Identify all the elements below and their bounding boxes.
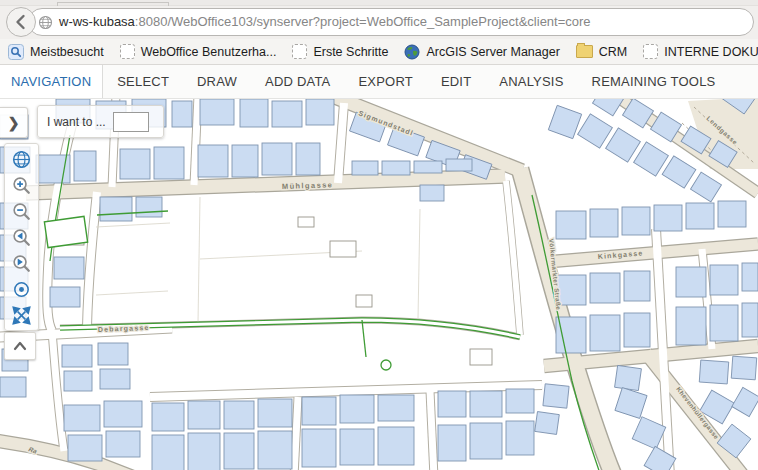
url-text: w-ws-kubasa:8080/WebOffice103/synserver?…: [59, 14, 591, 29]
chevron-right-icon: ❯: [8, 115, 20, 131]
i-want-to-panel: I want to ...: [37, 105, 164, 138]
i-want-to-label: I want to ...: [47, 115, 106, 129]
i-want-to-input[interactable]: [113, 112, 149, 132]
bookmark-meistbesucht[interactable]: Meistbesucht: [8, 44, 104, 60]
placeholder-icon: [120, 44, 135, 59]
street-label: Mühlgasse: [282, 180, 334, 191]
zoom-out-button[interactable]: [9, 199, 35, 223]
basemap-canvas[interactable]: Sigmundstadl Mühlgasse Lendgasse Kinkgas…: [0, 99, 758, 470]
zoom-in-button[interactable]: [9, 173, 35, 197]
back-button[interactable]: [6, 7, 36, 37]
bookmark-interne-doku[interactable]: INTERNE DOKU: [643, 44, 758, 59]
earth-icon: [404, 44, 420, 60]
browser-titlebar: [0, 0, 758, 6]
overview-globe-button[interactable]: [9, 147, 35, 171]
bookmark-crm[interactable]: CRM: [576, 45, 627, 59]
zoom-out-icon: [11, 201, 32, 222]
full-extent-pan-button[interactable]: [9, 303, 35, 327]
tab-edit[interactable]: EDIT: [427, 65, 485, 98]
tab-remaining-tools[interactable]: REMAINING TOOLS: [578, 65, 730, 98]
bookmarks-bar: Meistbesucht WebOffice Benutzerha... Ers…: [0, 39, 758, 65]
center-map-icon: [11, 279, 32, 300]
placeholder-icon: [643, 44, 658, 59]
back-arrow-icon: [13, 14, 29, 30]
map-toolbar: [4, 143, 39, 331]
expand-arrows-icon: [11, 305, 32, 326]
globe-tool-icon: [11, 149, 32, 170]
tab-analysis[interactable]: ANALYSIS: [485, 65, 577, 98]
next-extent-icon: [11, 253, 32, 274]
browser-tab-edge: [57, 2, 169, 6]
tab-draw[interactable]: DRAW: [183, 65, 251, 98]
folder-icon: [576, 45, 593, 58]
globe-icon: [38, 15, 53, 30]
tab-select[interactable]: SELECT: [103, 65, 183, 98]
bookmark-arcgis-server-manager[interactable]: ArcGIS Server Manager: [404, 44, 559, 60]
url-field[interactable]: w-ws-kubasa:8080/WebOffice103/synserver?…: [28, 8, 754, 36]
tab-add-data[interactable]: ADD DATA: [251, 65, 344, 98]
next-extent-button[interactable]: [9, 251, 35, 275]
bookmark-erste-schritte[interactable]: Erste Schritte: [292, 44, 388, 59]
tab-export[interactable]: EXPORT: [344, 65, 426, 98]
sidebar-expander-button[interactable]: ❯: [0, 107, 28, 138]
map-viewport[interactable]: Sigmundstadl Mühlgasse Lendgasse Kinkgas…: [0, 99, 758, 470]
bookmark-weboffice-benutzerhandbuch[interactable]: WebOffice Benutzerha...: [120, 44, 277, 59]
chevron-up-icon: [12, 340, 28, 352]
tab-navigation[interactable]: NAVIGATION: [0, 65, 103, 98]
browser-address-bar: w-ws-kubasa:8080/WebOffice103/synserver?…: [0, 6, 758, 39]
previous-extent-button[interactable]: [9, 225, 35, 249]
previous-extent-icon: [11, 227, 32, 248]
zoom-in-icon: [11, 175, 32, 196]
center-map-button[interactable]: [9, 277, 35, 301]
search-icon: [8, 44, 24, 60]
placeholder-icon: [292, 44, 307, 59]
collapse-toolbar-button[interactable]: [4, 332, 36, 360]
weboffice-menu-bar: NAVIGATION SELECT DRAW ADD DATA EXPORT E…: [0, 65, 758, 99]
